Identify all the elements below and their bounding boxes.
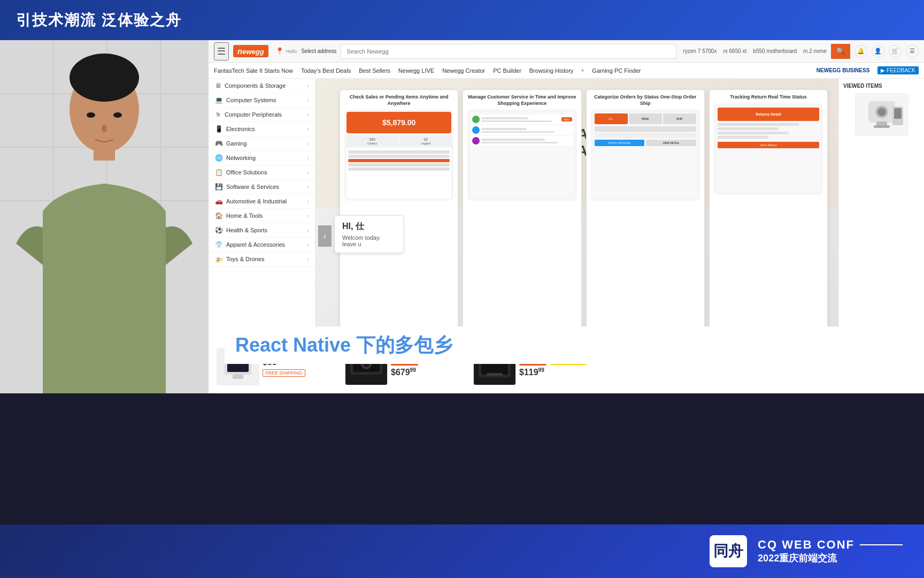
search-suggestions: ryzen 7 5700x rx 6650 xt b550 motherboar… bbox=[683, 48, 827, 54]
sidebar-item-peripherals[interactable]: 🖱 Computer Peripherals › bbox=[209, 108, 315, 122]
order-row-2 bbox=[595, 133, 696, 138]
viewed-item-1[interactable] bbox=[843, 93, 920, 136]
address-bar: 📍 Hello Select address bbox=[275, 47, 337, 55]
sidebar-item-gaming[interactable]: 🎮 Gaming › bbox=[209, 136, 315, 151]
svg-rect-24 bbox=[233, 375, 243, 379]
conf-name-line: CQ WEB CONF bbox=[758, 538, 903, 552]
msg-item-3 bbox=[471, 136, 573, 146]
svg-point-17 bbox=[877, 108, 886, 116]
svg-rect-19 bbox=[874, 125, 890, 128]
peripherals-icon: 🖱 bbox=[215, 111, 221, 118]
avatar-1 bbox=[472, 116, 480, 123]
nav-gaming-finder[interactable]: Gaming PC Finder bbox=[592, 67, 641, 74]
app-cards-overlay: Check Sales or Pending Items Anytime and… bbox=[334, 84, 833, 362]
svg-point-11 bbox=[113, 112, 122, 118]
msg-content-2 bbox=[481, 127, 572, 134]
toys-icon: 🚁 bbox=[215, 255, 223, 263]
app-screen-2: reply bbox=[467, 110, 576, 201]
app-screen-3: ALL PEND SHIP TRACK PACKAGE VIEW DETAIL bbox=[591, 110, 700, 201]
msg-reply-1: reply bbox=[561, 117, 572, 121]
free-shipping-1: FREE SHIPPING bbox=[263, 369, 305, 377]
slide-prev-button[interactable]: ‹ bbox=[318, 225, 332, 247]
electronics-icon: 📱 bbox=[215, 125, 223, 133]
nav-live[interactable]: Newegg LIVE bbox=[398, 67, 434, 74]
apparel-icon: 👕 bbox=[215, 241, 223, 248]
nav-best-deals[interactable]: Today's Best Deals bbox=[301, 67, 351, 74]
sidebar-item-automotive[interactable]: 🚗 Automotive & Industrial › bbox=[209, 194, 315, 209]
electronics-label: Electronics bbox=[226, 126, 304, 132]
nav-pc-builder[interactable]: PC Builder bbox=[493, 67, 521, 74]
toys-arrow: › bbox=[307, 256, 309, 262]
suggestion-4[interactable]: m.2 nvme bbox=[803, 48, 827, 54]
chat-bubble: HI, 仕 Welcom today. leave u bbox=[334, 215, 404, 253]
suggestion-2[interactable]: rx 6650 xt bbox=[723, 48, 746, 54]
home-label: Home & Tools bbox=[226, 212, 304, 219]
top-banner: 引技术潮流 泛体验之舟 bbox=[0, 0, 924, 40]
nav-browsing-history[interactable]: Browsing History bbox=[529, 67, 574, 74]
track-btns: TRACK PACKAGE VIEW DETAIL bbox=[595, 140, 696, 146]
suggestion-3[interactable]: b550 motherboard bbox=[753, 48, 797, 54]
person-silhouette bbox=[0, 40, 209, 393]
app-number-1: $5,879.00 bbox=[382, 118, 415, 127]
app-card-4: Tracking Return Real Time Status Returns… bbox=[709, 89, 828, 357]
sidebar-item-networking[interactable]: 🌐 Networking › bbox=[209, 151, 315, 165]
msg-row-5 bbox=[481, 139, 544, 141]
user-icon[interactable]: 👤 bbox=[872, 45, 884, 58]
nav-business[interactable]: NEWEGG BUSINESS bbox=[817, 67, 869, 73]
status-pending: PEND bbox=[629, 113, 662, 124]
suggestion-1[interactable]: ryzen 7 5700x bbox=[683, 48, 717, 54]
nav-fantastech[interactable]: FantasTech Sale II Starts Now bbox=[214, 67, 293, 74]
automotive-label: Automotive & Industrial bbox=[226, 198, 304, 204]
order-row-1 bbox=[595, 126, 696, 132]
react-native-text: React Native 下的多包乡 bbox=[225, 332, 452, 359]
app-screen-4: Returns Detail View Status bbox=[714, 104, 823, 195]
sidebar-item-computer-systems[interactable]: 💻 Computer Systems › bbox=[209, 93, 315, 108]
sidebar-item-apparel[interactable]: 👕 Apparel & Accessories › bbox=[209, 238, 315, 252]
product-thumbnail-svg bbox=[858, 96, 906, 133]
search-input[interactable] bbox=[341, 44, 676, 59]
notification-icon[interactable]: 🔔 bbox=[854, 45, 867, 58]
msg-row-1 bbox=[481, 117, 528, 119]
office-label: Office Solutions bbox=[226, 169, 304, 176]
viewed-title: VIEWED ITEMS bbox=[843, 83, 920, 89]
nav-feedback[interactable]: ▶ FEEDBACK bbox=[877, 66, 919, 74]
search-button[interactable]: 🔍 bbox=[831, 44, 850, 59]
sidebar-item-health[interactable]: ⚽ Health & Sports › bbox=[209, 223, 315, 238]
sidebar-item-components[interactable]: 🖥 Components & Storage › bbox=[209, 79, 315, 93]
networking-label: Networking bbox=[226, 155, 304, 161]
view-detail-btn: VIEW DETAIL bbox=[646, 140, 696, 146]
svg-rect-21 bbox=[894, 108, 902, 119]
software-label: Software & Services bbox=[226, 184, 304, 190]
office-arrow: › bbox=[307, 170, 309, 176]
sidebar-item-electronics[interactable]: 📱 Electronics › bbox=[209, 122, 315, 136]
sidebar-item-office[interactable]: 📋 Office Solutions › bbox=[209, 165, 315, 180]
computer-systems-label: Computer Systems bbox=[226, 97, 304, 103]
app-row-1 bbox=[348, 150, 450, 154]
sidebar-item-toys[interactable]: 🚁 Toys & Drones › bbox=[209, 252, 315, 267]
sidebar-item-home[interactable]: 🏠 Home & Tools › bbox=[209, 209, 315, 223]
hello-text: Hello bbox=[286, 49, 297, 54]
office-icon: 📋 bbox=[215, 169, 223, 176]
app-screen-1: $5,879.00 345Orders 32Urgent bbox=[344, 110, 453, 201]
toys-label: Toys & Drones bbox=[226, 256, 304, 262]
msg-row-6 bbox=[481, 142, 558, 143]
browser-header: ☰ newegg 📍 Hello Select address ryzen 7 … bbox=[209, 40, 924, 63]
automotive-icon: 🚗 bbox=[215, 197, 223, 205]
cart-icon[interactable]: 🛒 bbox=[889, 45, 902, 58]
app-stats-1: 345Orders 32Urgent bbox=[346, 136, 451, 146]
app-screen-4-content: Returns Detail View Status bbox=[716, 106, 821, 193]
location-icon: 📍 bbox=[275, 47, 284, 55]
profile-icon[interactable]: ☰ bbox=[906, 45, 919, 58]
webcam-bg bbox=[0, 40, 209, 393]
chat-greeting: HI, 仕 bbox=[342, 221, 396, 232]
address-placeholder[interactable]: Select address bbox=[301, 48, 336, 54]
conf-logo: 同舟 bbox=[710, 535, 747, 567]
home-arrow: › bbox=[307, 213, 309, 219]
hamburger-button[interactable]: ☰ bbox=[214, 42, 229, 60]
avatar-3 bbox=[472, 137, 480, 144]
header-icons: 🔔 👤 🛒 ☰ bbox=[854, 45, 919, 58]
nav-creator[interactable]: Newegg Creator bbox=[442, 67, 485, 74]
sidebar-item-software[interactable]: 💾 Software & Services › bbox=[209, 180, 315, 194]
nav-best-sellers[interactable]: Best Sellers bbox=[359, 67, 390, 74]
viewed-product-img bbox=[855, 93, 908, 136]
